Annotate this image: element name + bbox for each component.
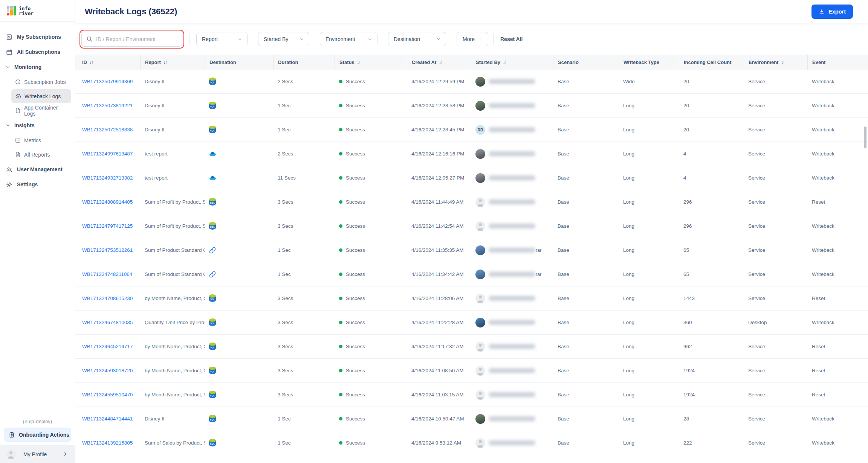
event-cell: Writeback — [807, 431, 868, 455]
sidebar-group-monitoring[interactable]: Monitoring — [0, 59, 75, 75]
col-header-status[interactable]: Status↓↑ — [335, 55, 407, 70]
sidebar-item-app-container-logs[interactable]: App Container Logs — [11, 104, 71, 117]
log-id-link[interactable]: WB171324593018720 — [82, 368, 133, 373]
report-filter-dropdown[interactable]: Report — [196, 32, 248, 46]
status-label: Success — [346, 103, 365, 108]
more-filters-button[interactable]: More — [457, 32, 488, 46]
started-by-filter-dropdown[interactable]: Started By — [258, 32, 309, 46]
id-cell: WB171324484714441 — [78, 407, 140, 431]
my-profile-label: My Profile — [23, 451, 47, 457]
incoming-cell-count-cell: 20 — [679, 70, 744, 93]
sidebar-item-metrics[interactable]: Metrics — [11, 133, 71, 147]
incoming-cell-count-cell: 28 — [679, 407, 744, 431]
my-profile-button[interactable]: My Profile — [0, 445, 75, 463]
scrollbar-thumb[interactable] — [864, 126, 866, 148]
log-id-link[interactable]: WB171325073819221 — [82, 103, 133, 108]
cloud-upload-icon — [15, 93, 21, 99]
started-by-cell — [471, 190, 553, 214]
report-cell: by Month Name, Product, S — [140, 359, 205, 382]
sql-database-icon: SQL — [209, 102, 216, 110]
status-cell: Success — [335, 118, 407, 142]
started-by-cell — [471, 311, 553, 334]
col-header-id[interactable]: ID↓↑ — [78, 55, 140, 70]
event-cell: Writeback — [807, 142, 868, 166]
status-label: Success — [346, 440, 365, 446]
started-by-cell — [471, 359, 553, 382]
writeback-type-cell: Wide — [619, 70, 679, 93]
col-header-report[interactable]: Report↓↑ — [140, 55, 205, 70]
chevron-down-icon — [436, 37, 441, 41]
log-id-link[interactable]: WB171324753512261 — [82, 247, 133, 253]
col-header-created-at[interactable]: Created At↓↑ — [407, 55, 471, 70]
table-row: WB171324593018720 by Month Name, Product… — [75, 359, 868, 383]
sort-icon[interactable]: ↓↑ — [439, 60, 442, 64]
sidebar-item-user-management[interactable]: User Management — [0, 162, 75, 177]
sort-icon[interactable]: ↓↑ — [781, 60, 784, 64]
log-id-link[interactable]: WB171324808914405 — [82, 199, 133, 205]
reset-all-button[interactable]: Reset All — [500, 36, 523, 42]
onedrive-cloud-icon — [209, 151, 217, 157]
status-label: Success — [346, 392, 365, 398]
log-id-link[interactable]: WB171325072518838 — [82, 127, 133, 133]
user-avatar — [475, 342, 485, 352]
sidebar-item-my-subscriptions[interactable]: My Subscriptions — [0, 29, 75, 44]
event-cell: Writeback — [807, 70, 868, 93]
log-id-link[interactable]: WB171324748211064 — [82, 271, 132, 277]
redacted-user-name — [489, 320, 535, 325]
sort-icon[interactable]: ↓↑ — [164, 60, 167, 64]
writeback-type-cell: Long — [619, 238, 679, 262]
log-id-link[interactable]: WB171324674810035 — [82, 320, 133, 325]
sort-icon[interactable]: ↓↑ — [357, 60, 361, 64]
writeback-type-cell: Long — [619, 383, 679, 407]
started-by-cell: RR — [471, 118, 553, 142]
status-cell: Success — [335, 262, 407, 286]
sort-icon[interactable]: ↓↑ — [90, 60, 93, 64]
log-id-link[interactable]: WB171324484714441 — [82, 416, 133, 422]
log-id-link[interactable]: WB171324797417125 — [82, 223, 133, 229]
col-header-started-by[interactable]: Started By↓↑ — [471, 55, 553, 70]
log-id-link[interactable]: WB171324932713382 — [82, 175, 133, 181]
id-cell: WB171325079914369 — [78, 70, 140, 93]
bar-chart-icon — [15, 137, 21, 143]
user-avatar — [475, 149, 485, 159]
log-id-link[interactable]: WB171324645214717 — [82, 344, 133, 349]
destination-cell: SQL — [205, 94, 273, 117]
onboarding-actions-button[interactable]: Onboarding Actions — [4, 428, 71, 442]
log-id-link[interactable]: WB171324139215805 — [82, 440, 133, 446]
user-avatar — [475, 438, 485, 448]
divider — [189, 34, 189, 45]
sidebar-item-subscription-jobs[interactable]: Subscription Jobs — [11, 75, 71, 89]
report-cell: Disney II — [140, 118, 205, 142]
duration-cell: 1 Sec — [273, 407, 335, 431]
duration-cell: 3 Secs — [273, 286, 335, 310]
environment-filter-dropdown[interactable]: Environment — [320, 32, 377, 46]
status-cell: Success — [335, 286, 407, 310]
sort-icon[interactable]: ↓↑ — [503, 60, 506, 64]
status-cell: Success — [335, 311, 407, 334]
status-label: Success — [346, 175, 365, 181]
export-button[interactable]: Export — [811, 5, 853, 19]
incoming-cell-count-cell: 65 — [679, 262, 744, 286]
chevron-down-icon — [238, 37, 242, 41]
log-id-link[interactable]: WB171324997613487 — [82, 151, 133, 157]
report-cell: Sum of Sales by Product, S — [140, 431, 205, 455]
status-cell: Success — [335, 238, 407, 262]
sidebar-group-insights[interactable]: Insights — [0, 118, 75, 133]
search-icon — [86, 36, 93, 42]
log-id-link[interactable]: WB171324559510470 — [82, 392, 133, 398]
log-id-link[interactable]: WB171325079914369 — [82, 79, 133, 84]
sidebar-item-writeback-logs[interactable]: Writeback Logs — [11, 89, 71, 103]
link-icon — [209, 247, 216, 254]
inforiver-logo-icon — [7, 6, 16, 15]
sidebar-item-all-reports[interactable]: All Reports — [11, 148, 71, 161]
col-header-environment[interactable]: Environment↓↑ — [744, 55, 807, 70]
table-row: WB171324559510470 by Month Name, Product… — [75, 383, 868, 407]
success-status-dot — [339, 417, 342, 420]
log-id-link[interactable]: WB171324708615230 — [82, 295, 133, 301]
app-logo[interactable]: inforiver — [0, 0, 75, 22]
search-input[interactable] — [96, 36, 177, 42]
sidebar-item-settings[interactable]: Settings — [0, 177, 75, 192]
destination-filter-dropdown[interactable]: Destination — [388, 32, 446, 46]
calendar-icon — [6, 49, 12, 55]
sidebar-item-all-subscriptions[interactable]: All Subscriptions — [0, 44, 75, 59]
